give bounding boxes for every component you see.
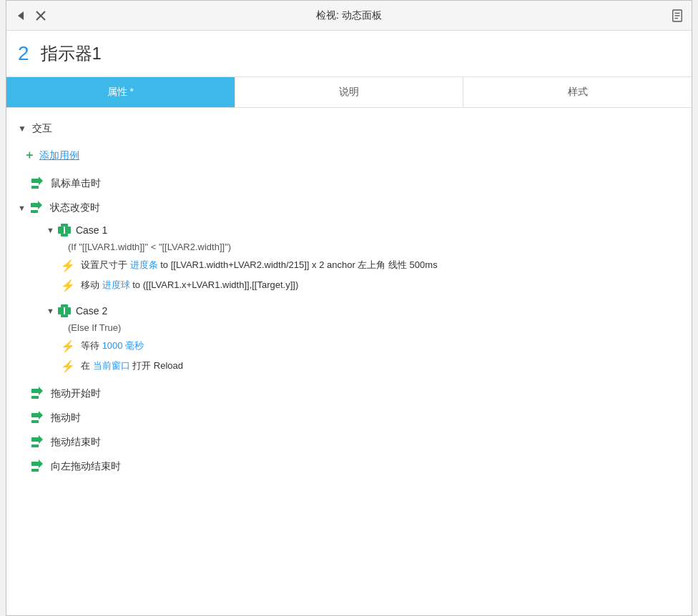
svg-marker-23 <box>31 435 43 444</box>
svg-marker-0 <box>18 11 24 20</box>
titlebar-right-controls <box>672 10 683 21</box>
case2-action1: ⚡ 等待 1000 毫秒 <box>55 336 692 356</box>
section-title: 交互 <box>32 122 52 135</box>
case2-condition: (Else If True) <box>46 321 692 336</box>
svg-rect-12 <box>65 227 71 234</box>
case2-icon <box>57 304 72 318</box>
case1-condition: (If "[[LVAR1.width]]" < "[[LVAR2.width]]… <box>46 240 692 255</box>
drag-end-arrow-icon <box>29 434 45 450</box>
case1-icon <box>57 223 72 237</box>
svg-rect-10 <box>31 210 38 213</box>
interaction-mouse-click-label: 鼠标单击时 <box>51 177 101 190</box>
bolt-icon-1: ⚡ <box>61 259 75 272</box>
tab-description[interactable]: 说明 <box>235 77 464 107</box>
component-title: 指示器1 <box>41 42 102 65</box>
case2-action1-highlight1: 1000 毫秒 <box>102 340 144 351</box>
case1-actions: ⚡ 设置尺寸于 进度条 to [[LVAR1.width+LVAR2.width… <box>41 255 692 295</box>
svg-rect-16 <box>65 307 71 314</box>
titlebar: 检视: 动态面板 <box>6 1 692 31</box>
interaction-state-arrow-icon <box>29 200 44 216</box>
titlebar-title: 检视: 动态面板 <box>316 9 382 22</box>
case1-action1-text: 设置尺寸于 进度条 to [[LVAR1.width+LVAR2.width/2… <box>81 258 438 272</box>
bolt-icon-3: ⚡ <box>61 339 75 353</box>
svg-marker-7 <box>31 177 43 185</box>
case1-action2-highlight1: 进度球 <box>102 279 130 290</box>
svg-rect-20 <box>31 396 39 399</box>
titlebar-controls <box>15 10 46 21</box>
add-usecase-button[interactable]: ＋ 添加用例 <box>6 144 692 172</box>
back-button[interactable] <box>15 10 26 21</box>
interaction-dragging-label: 拖动时 <box>51 412 81 424</box>
content-area: ▼ 交互 ＋ 添加用例 鼠标单击时 ▼ 状态改变时 <box>6 108 692 615</box>
svg-marker-19 <box>31 387 43 395</box>
interaction-drag-end[interactable]: 拖动结束时 <box>6 430 692 454</box>
svg-marker-9 <box>31 201 42 209</box>
document-icon[interactable] <box>672 10 683 21</box>
component-number: 2 <box>18 42 29 65</box>
svg-marker-25 <box>31 459 43 468</box>
case2-action2: ⚡ 在 当前窗口 打开 Reload <box>55 356 692 376</box>
interaction-dragging[interactable]: 拖动时 <box>6 406 692 430</box>
case2-actions: ⚡ 等待 1000 毫秒 ⚡ 在 当前窗口 打开 Reload <box>41 336 692 376</box>
svg-rect-13 <box>61 224 68 227</box>
case2-action1-text: 等待 1000 毫秒 <box>81 339 144 353</box>
main-window: 检视: 动态面板 2 指示器1 属性* 说明 样式 <box>6 0 692 616</box>
case1-title: Case 1 <box>76 224 107 236</box>
interaction-drag-start[interactable]: 拖动开始时 <box>6 382 692 406</box>
case1-action2-text: 移动 进度球 to ([[LVAR1.x+LVAR1.width]],[[Tar… <box>81 278 298 292</box>
svg-rect-15 <box>58 307 64 314</box>
svg-rect-24 <box>31 444 39 447</box>
interaction-swipe-left-end-label: 向左拖动结束时 <box>51 460 121 473</box>
swipe-left-end-arrow-icon <box>29 459 45 475</box>
tab-style[interactable]: 样式 <box>463 77 692 107</box>
bolt-icon-2: ⚡ <box>61 279 75 292</box>
svg-rect-22 <box>31 420 39 423</box>
case2-action2-highlight1: 当前窗口 <box>93 360 130 371</box>
bolt-icon-4: ⚡ <box>61 359 75 373</box>
svg-rect-8 <box>31 186 39 189</box>
close-button[interactable] <box>35 10 46 21</box>
case1-header[interactable]: ▼ Case 1 <box>41 220 692 240</box>
svg-rect-11 <box>58 227 64 234</box>
section-interaction: ▼ 交互 <box>6 119 692 138</box>
interaction-mouse-click[interactable]: 鼠标单击时 <box>6 172 692 196</box>
interaction-state-change[interactable]: ▼ 状态改变时 <box>6 196 692 220</box>
interaction-state-change-label: 状态改变时 <box>50 202 100 214</box>
svg-rect-18 <box>61 314 68 317</box>
case2-header[interactable]: ▼ Case 2 <box>41 301 692 321</box>
tab-properties[interactable]: 属性* <box>6 77 235 107</box>
case1-action1-highlight1: 进度条 <box>130 259 158 270</box>
case2-group: ▼ Case 2 (Else If True) ⚡ <box>41 301 692 376</box>
svg-rect-26 <box>31 469 39 472</box>
dragging-arrow-icon <box>29 410 45 426</box>
interaction-drag-start-label: 拖动开始时 <box>51 387 101 400</box>
svg-marker-21 <box>31 411 43 419</box>
tab-bar: 属性* 说明 样式 <box>6 77 692 108</box>
case1-action2: ⚡ 移动 进度球 to ([[LVAR1.x+LVAR1.width]],[[T… <box>55 275 692 295</box>
section-arrow-icon[interactable]: ▼ <box>18 124 26 134</box>
add-usecase-label: 添加用例 <box>39 149 79 162</box>
interaction-state-change-container: ▼ 状态改变时 ▼ Case 1 <box>6 196 692 376</box>
svg-rect-14 <box>61 234 68 237</box>
add-icon: ＋ <box>24 148 35 163</box>
case1-action1: ⚡ 设置尺寸于 进度条 to [[LVAR1.width+LVAR2.width… <box>55 255 692 275</box>
interaction-drag-end-label: 拖动结束时 <box>51 436 101 449</box>
interaction-swipe-left-end[interactable]: 向左拖动结束时 <box>6 454 692 479</box>
component-header: 2 指示器1 <box>6 31 692 77</box>
case1-group: ▼ Case 1 (If "[[LVAR1.width]]" < "[[LVAR… <box>41 220 692 295</box>
interaction-arrow-icon <box>29 176 45 192</box>
drag-start-arrow-icon <box>29 386 45 402</box>
case1-arrow-icon: ▼ <box>46 226 54 234</box>
state-change-expand-icon: ▼ <box>18 204 26 212</box>
case2-title: Case 2 <box>76 305 107 317</box>
case2-action2-text: 在 当前窗口 打开 Reload <box>81 359 183 373</box>
case2-arrow-icon: ▼ <box>46 307 54 315</box>
svg-rect-17 <box>61 304 68 307</box>
